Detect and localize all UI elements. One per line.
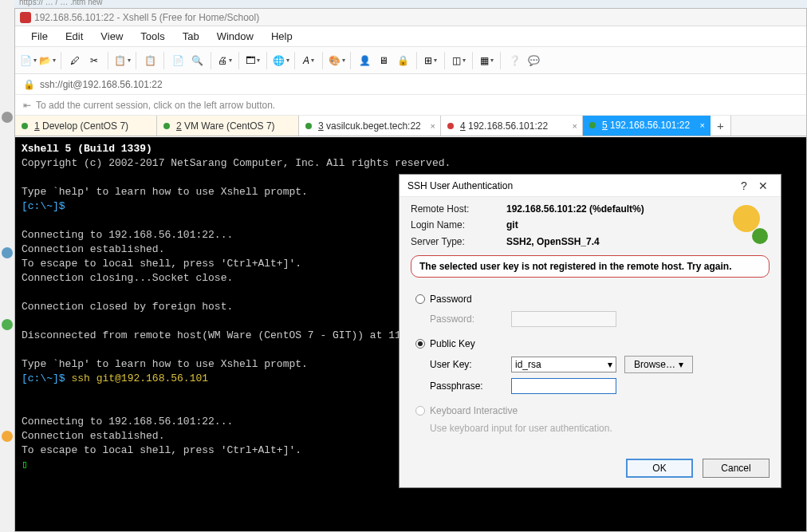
tab-session-3[interactable]: 3 vasilcuk.beget.tech:22 × bbox=[299, 116, 441, 136]
passphrase-label: Passphrase: bbox=[430, 380, 503, 392]
user-key-label: User Key: bbox=[430, 359, 503, 370]
menu-file[interactable]: File bbox=[23, 28, 56, 45]
radio-public-key[interactable] bbox=[415, 339, 425, 349]
status-dot-icon bbox=[22, 123, 28, 129]
menu-window[interactable]: Window bbox=[209, 28, 262, 45]
toolbar-separator bbox=[211, 52, 211, 69]
find-icon[interactable]: 🔍 bbox=[189, 53, 205, 69]
radio-public-key-label: Public Key bbox=[430, 338, 475, 349]
tab-label: 4 192.168.56.101:22 bbox=[460, 120, 548, 132]
tab-session-4[interactable]: 4 192.168.56.101:22 × bbox=[441, 116, 583, 136]
disconnect-icon[interactable]: ✂ bbox=[86, 53, 102, 69]
lock-icon[interactable]: 🔒 bbox=[395, 53, 411, 69]
properties-icon[interactable]: 🗔 bbox=[245, 53, 261, 69]
menu-edit[interactable]: Edit bbox=[57, 28, 91, 45]
lock-icon: 🔒 bbox=[23, 79, 35, 90]
chevron-down-icon: ▾ bbox=[608, 359, 612, 370]
toolbar-separator bbox=[266, 52, 267, 69]
tab-label: 3 vasilcuk.beget.tech:22 bbox=[318, 120, 421, 132]
radio-password-label: Password bbox=[430, 294, 472, 305]
dialog-body: Remote Host: 192.168.56.101:22 (%default… bbox=[400, 197, 781, 440]
session-tabs: 1 Develop (CentOS 7) 2 VM Ware (CentOS 7… bbox=[15, 116, 806, 136]
window-title: 192.168.56.101:22 - Xshell 5 (Free for H… bbox=[34, 12, 259, 23]
dialog-title: SSH User Authentication bbox=[407, 180, 513, 191]
cancel-button[interactable]: Cancel bbox=[703, 459, 770, 478]
reconnect-icon[interactable]: 🖊 bbox=[67, 53, 83, 69]
add-tab-button[interactable]: + bbox=[711, 116, 731, 136]
browse-button[interactable]: Browse…▾ bbox=[624, 356, 693, 373]
tab-label: 5 192.168.56.101:22 bbox=[602, 120, 690, 131]
globe-icon[interactable]: 🌐 bbox=[273, 53, 289, 69]
toolbar-separator bbox=[444, 52, 445, 69]
remote-host-value: 192.168.56.101:22 (%default%) bbox=[506, 203, 644, 215]
toolbar-separator bbox=[61, 52, 61, 69]
sidebar-dot bbox=[2, 247, 13, 258]
layout-icon[interactable]: ⊞ bbox=[423, 53, 439, 69]
ssh-auth-dialog: SSH User Authentication ? ✕ Remote Host:… bbox=[399, 174, 781, 488]
copy2-icon[interactable]: 📄 bbox=[170, 53, 186, 69]
password-input bbox=[511, 311, 616, 327]
login-name-value: git bbox=[506, 219, 644, 231]
menu-tab[interactable]: Tab bbox=[175, 28, 207, 45]
command-text: ssh git@192.168.56.101 bbox=[71, 372, 208, 384]
sidebar-dot bbox=[2, 112, 13, 123]
tab-session-5[interactable]: 5 192.168.56.101:22 × bbox=[583, 116, 711, 136]
app-icon bbox=[20, 12, 31, 23]
close-tab-icon[interactable]: × bbox=[573, 121, 577, 131]
toolbar-separator bbox=[294, 52, 295, 69]
ok-button[interactable]: OK bbox=[626, 459, 693, 478]
font-icon[interactable]: A bbox=[301, 53, 317, 69]
menu-tools[interactable]: Tools bbox=[132, 28, 172, 45]
prompt: [c:\~]$ bbox=[22, 200, 65, 212]
open-session-icon[interactable]: 📂 bbox=[39, 53, 55, 69]
radio-keyboard-interactive[interactable] bbox=[415, 406, 425, 416]
cursor-icon: ▯ bbox=[22, 459, 28, 471]
radio-password[interactable] bbox=[415, 294, 425, 304]
toolbar-separator bbox=[163, 52, 164, 69]
hint-text: To add the current session, click on the… bbox=[36, 100, 275, 111]
toolbar-separator bbox=[322, 52, 323, 69]
menu-view[interactable]: View bbox=[93, 28, 131, 45]
server-type-label: Server Type: bbox=[411, 236, 506, 247]
toolbar-separator bbox=[108, 52, 108, 69]
tab-session-1[interactable]: 1 Develop (CentOS 7) bbox=[15, 116, 157, 136]
split-icon[interactable]: ◫ bbox=[451, 53, 466, 69]
browser-url: https:// … / … .htm new bbox=[19, 0, 102, 6]
close-tab-icon[interactable]: × bbox=[700, 120, 705, 130]
server-type-value: SSH2, OpenSSH_7.4 bbox=[506, 236, 644, 247]
status-dot-icon bbox=[163, 123, 170, 129]
sidebar-dot bbox=[2, 431, 13, 442]
menu-help[interactable]: Help bbox=[263, 28, 301, 45]
print-icon[interactable]: 🖨 bbox=[217, 53, 233, 69]
help-icon[interactable]: ❔ bbox=[506, 53, 522, 69]
toolbar-separator bbox=[238, 52, 239, 69]
title-bar: 192.168.56.101:22 - Xshell 5 (Free for H… bbox=[15, 9, 806, 26]
close-button[interactable]: ✕ bbox=[754, 178, 773, 194]
new-session-icon[interactable]: 📄 bbox=[20, 53, 36, 69]
remote-host-label: Remote Host: bbox=[411, 203, 506, 215]
dialog-title-bar: SSH User Authentication ? ✕ bbox=[400, 175, 781, 197]
toolbar-separator bbox=[416, 52, 417, 69]
user-key-value: id_rsa bbox=[515, 359, 541, 370]
user-key-select[interactable]: id_rsa ▾ bbox=[511, 357, 616, 372]
toolbar-separator bbox=[472, 52, 473, 69]
help-button[interactable]: ? bbox=[734, 178, 754, 194]
copy-icon[interactable]: 📋 bbox=[114, 53, 130, 69]
tile-icon[interactable]: ▦ bbox=[478, 53, 494, 69]
tab-label: 1 Develop (CentOS 7) bbox=[34, 120, 128, 132]
tab-label: 2 VM Ware (CentOS 7) bbox=[176, 120, 275, 132]
close-tab-icon[interactable]: × bbox=[431, 121, 435, 131]
screen-icon[interactable]: 🖥 bbox=[376, 53, 392, 69]
tab-session-2[interactable]: 2 VM Ware (CentOS 7) bbox=[157, 116, 299, 136]
color-icon[interactable]: 🎨 bbox=[329, 53, 344, 69]
status-dot-icon bbox=[589, 122, 596, 128]
arrow-left-icon[interactable]: ⇤ bbox=[23, 100, 31, 111]
paste-icon[interactable]: 📋 bbox=[142, 53, 158, 69]
address-text[interactable]: ssh://git@192.168.56.101:22 bbox=[40, 79, 163, 90]
passphrase-input[interactable] bbox=[511, 378, 616, 394]
keys-icon bbox=[726, 203, 770, 247]
user-icon[interactable]: 👤 bbox=[356, 53, 372, 69]
toolbar: 📄 📂 🖊 ✂ 📋 📋 📄 🔍 🖨 🗔 🌐 A 🎨 👤 🖥 🔒 ⊞ ◫ ▦ ❔ bbox=[15, 47, 806, 74]
chat-icon[interactable]: 💬 bbox=[526, 53, 541, 69]
left-sidebar-strip bbox=[0, 0, 14, 532]
